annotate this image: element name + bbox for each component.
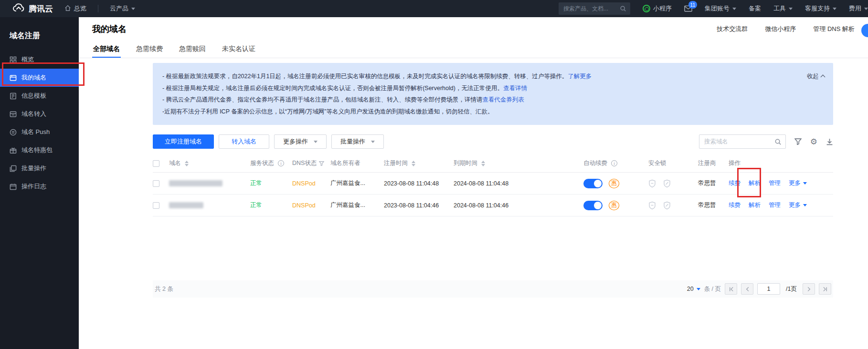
- sidebar-item-domain-package[interactable]: 域名特惠包: [0, 141, 79, 159]
- toolbar: 立即注册域名 转入域名 更多操作 批量操作: [153, 134, 833, 149]
- nav-cloud-products[interactable]: 云产品: [110, 4, 135, 13]
- gear-icon[interactable]: ⚙: [810, 138, 817, 146]
- shield-lock-icon[interactable]: [663, 201, 671, 210]
- more-actions-button[interactable]: 更多操作: [274, 134, 327, 149]
- tab-all-domains[interactable]: 全部域名: [92, 41, 121, 58]
- first-page-button[interactable]: [725, 283, 737, 295]
- last-page-button[interactable]: [819, 283, 831, 295]
- domain-owner: 广州嘉益食...: [330, 201, 384, 209]
- more-link[interactable]: 更多: [789, 179, 807, 187]
- link-tech-group[interactable]: 技术交流群: [717, 25, 748, 33]
- auto-renew-toggle[interactable]: [583, 201, 603, 210]
- notice-line: -近期有不法分子利用 ICP 备案的公示信息，以“万维网/万域网”等名义向用户发…: [162, 106, 776, 118]
- auto-renew-toggle[interactable]: [583, 179, 603, 188]
- next-page-icon: [806, 287, 812, 292]
- chevron-down-icon: [371, 141, 375, 145]
- sort-icon[interactable]: [185, 159, 189, 168]
- notice-link-learn-more[interactable]: 了解更多: [568, 73, 592, 80]
- sidebar-item-info-template[interactable]: 信息模板: [0, 87, 79, 105]
- search-icon[interactable]: [774, 138, 782, 145]
- renew-link[interactable]: 续费: [729, 179, 741, 187]
- document-icon: [10, 92, 17, 100]
- info-icon[interactable]: i: [278, 160, 284, 166]
- manage-link[interactable]: 管理: [769, 201, 781, 209]
- calendar-icon: [10, 183, 17, 190]
- tab-redeem-soon[interactable]: 急需赎回: [178, 41, 207, 58]
- search-icon: [620, 5, 626, 12]
- select-all-checkbox[interactable]: [153, 160, 159, 167]
- shield-icon[interactable]: [648, 201, 656, 210]
- link-manage-dns[interactable]: 管理 DNS 解析: [813, 25, 855, 33]
- nav-tools[interactable]: 工具: [773, 4, 793, 13]
- prev-page-button[interactable]: [741, 283, 753, 295]
- link-wechat-mini[interactable]: 微信小程序: [765, 25, 796, 33]
- filter-icon[interactable]: [319, 161, 324, 166]
- total-count: 共 2 条: [155, 285, 173, 293]
- sidebar-item-domain-push[interactable]: 域名 Push: [0, 123, 79, 141]
- tencent-cloud-logo[interactable]: 腾讯云: [12, 3, 53, 15]
- sidebar-item-my-domains[interactable]: 我的域名: [0, 69, 79, 87]
- row-checkbox[interactable]: [153, 180, 159, 187]
- sidebar-item-overview[interactable]: 概览: [0, 51, 79, 69]
- page-number-input[interactable]: [757, 283, 780, 295]
- tab-renew-soon[interactable]: 急需续费: [135, 41, 164, 58]
- page-size-select[interactable]: 20: [687, 286, 700, 292]
- window-icon: [10, 74, 17, 82]
- nav-group-account[interactable]: 集团账号: [705, 4, 736, 13]
- sidebar-item-batch-ops[interactable]: 批量操作: [0, 159, 79, 177]
- next-page-button[interactable]: [803, 283, 815, 295]
- expire-time: 2024-08-08 11:04:48: [454, 180, 583, 187]
- chevron-down-icon: [803, 182, 807, 186]
- sidebar-title: 域名注册: [0, 17, 79, 51]
- domain-search-input[interactable]: [704, 138, 774, 145]
- floating-widget[interactable]: [861, 24, 868, 37]
- notice-link-voucher-list[interactable]: 查看代金券列表: [482, 96, 524, 103]
- expire-time: 2024-08-08 11:04:46: [454, 202, 583, 209]
- nav-overview[interactable]: 总览: [64, 4, 86, 13]
- resolve-link[interactable]: 解析: [749, 201, 761, 209]
- table-header: 域名 服务状态 i DNS状态 域名所有者 注册时间: [153, 154, 833, 173]
- notice-link-details[interactable]: 查看详情: [503, 85, 527, 92]
- home-icon: [64, 5, 71, 13]
- renew-link[interactable]: 续费: [729, 201, 741, 209]
- dns-status[interactable]: DNSPod: [292, 180, 330, 187]
- promo-badge: 惠: [609, 179, 619, 188]
- chevron-down-icon: [803, 204, 807, 208]
- info-icon[interactable]: i: [611, 160, 617, 166]
- notice-line: - 腾讯云全产品通用代金券、指定代金券均不再适用于域名注册产品，包括域名新注、转…: [162, 94, 776, 106]
- shield-lock-icon[interactable]: [663, 179, 671, 188]
- manage-link[interactable]: 管理: [769, 179, 781, 187]
- more-link[interactable]: 更多: [789, 201, 807, 209]
- tab-unverified[interactable]: 未实名认证: [221, 41, 256, 58]
- sidebar-item-op-logs[interactable]: 操作日志: [0, 177, 79, 195]
- domain-search-box: [699, 134, 786, 149]
- nav-billing[interactable]: 费用: [849, 4, 868, 13]
- download-icon[interactable]: [826, 138, 833, 145]
- main-area: 我的域名 技术交流群 微信小程序 管理 DNS 解析 全部域名 急需续费 急需赎…: [79, 17, 868, 349]
- resolve-link[interactable]: 解析: [749, 179, 761, 187]
- pagination: 20 条 / 页 /1页: [687, 283, 831, 295]
- batch-actions-button[interactable]: 批量操作: [331, 134, 384, 149]
- register-domain-button[interactable]: 立即注册域名: [153, 134, 214, 149]
- sidebar-item-domain-transfer[interactable]: 域名转入: [0, 105, 79, 123]
- registrar: 帝思普: [698, 179, 729, 187]
- shield-icon[interactable]: [648, 179, 656, 188]
- nav-beian[interactable]: 备案: [749, 4, 761, 13]
- divider: [98, 5, 98, 12]
- nav-support[interactable]: 客服支持: [805, 4, 836, 13]
- transfer-in-button[interactable]: 转入域名: [219, 134, 269, 149]
- filter-icon[interactable]: [794, 138, 802, 145]
- dns-status[interactable]: DNSPod: [292, 202, 330, 209]
- transfer-icon: [10, 111, 17, 118]
- grid-icon: [10, 56, 17, 63]
- sort-icon[interactable]: [412, 159, 415, 168]
- topbar-search-input[interactable]: 搜索产品、文档...: [559, 2, 630, 15]
- notice-collapse-button[interactable]: 收起: [807, 71, 825, 82]
- row-checkbox[interactable]: [153, 202, 159, 209]
- nav-messages[interactable]: 11: [684, 5, 692, 12]
- prev-page-icon: [745, 287, 750, 292]
- nav-mini-program[interactable]: 小程序: [643, 4, 672, 13]
- chevron-down-icon: [864, 8, 868, 12]
- promo-badge: 惠: [609, 201, 619, 210]
- sort-icon[interactable]: [481, 159, 485, 168]
